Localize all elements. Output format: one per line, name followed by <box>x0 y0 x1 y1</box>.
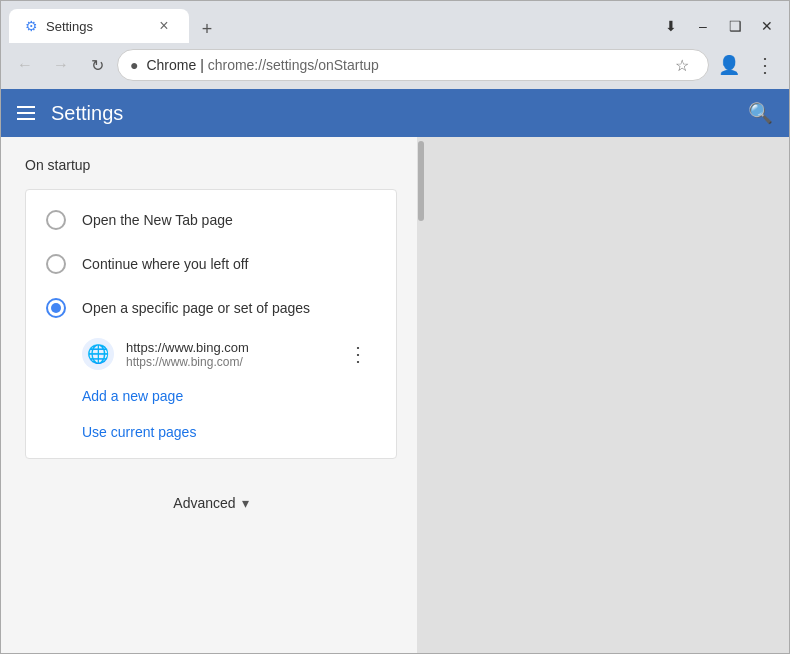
url-text: Chrome | chrome://settings/onStartup <box>146 57 660 73</box>
url-bar[interactable]: ● Chrome | chrome://settings/onStartup ☆ <box>117 49 709 81</box>
use-current-pages-button[interactable]: Use current pages <box>26 414 216 450</box>
profile-button[interactable]: 👤 <box>713 49 745 81</box>
hamburger-menu-button[interactable] <box>17 106 35 120</box>
browser-window: ⚙ Settings × + ⬇ – ❑ ✕ ← → ↻ ● Chrome | … <box>0 0 790 654</box>
minimize-button[interactable]: – <box>689 12 717 40</box>
hamburger-line-3 <box>17 118 35 120</box>
advanced-section[interactable]: Advanced ▾ <box>25 479 397 527</box>
tab-favicon: ⚙ <box>25 18 38 34</box>
page-more-button[interactable]: ⋮ <box>340 338 376 370</box>
window-controls: ⬇ – ❑ ✕ <box>657 12 781 40</box>
url-separator: | <box>200 57 208 73</box>
content-wrapper: On startup Open the New Tab page Continu… <box>1 137 789 653</box>
option-continue[interactable]: Continue where you left off <box>26 242 396 286</box>
close-button[interactable]: ✕ <box>753 12 781 40</box>
settings-search-icon[interactable]: 🔍 <box>748 101 773 125</box>
url-domain: Chrome <box>146 57 196 73</box>
tab-area: ⚙ Settings × + <box>9 9 657 43</box>
option-new-tab[interactable]: Open the New Tab page <box>26 198 396 242</box>
startup-page-entry: 🌐 https://www.bing.com https://www.bing.… <box>26 330 396 378</box>
main-content: On startup Open the New Tab page Continu… <box>1 137 417 653</box>
advanced-arrow-icon: ▾ <box>242 495 249 511</box>
forward-button[interactable]: → <box>45 49 77 81</box>
title-bar: ⚙ Settings × + ⬇ – ❑ ✕ <box>1 1 789 43</box>
page-info: https://www.bing.com https://www.bing.co… <box>126 340 328 369</box>
globe-icon: 🌐 <box>82 338 114 370</box>
section-title: On startup <box>25 157 397 173</box>
scrollbar-thumb[interactable] <box>418 141 424 221</box>
site-icon: ● <box>130 57 138 73</box>
tab-close-button[interactable]: × <box>155 17 173 35</box>
hamburger-line-1 <box>17 106 35 108</box>
back-button[interactable]: ← <box>9 49 41 81</box>
settings-header: Settings 🔍 <box>1 89 789 137</box>
active-tab[interactable]: ⚙ Settings × <box>9 9 189 43</box>
url-actions: ☆ <box>668 51 696 79</box>
scrollbar-track[interactable] <box>417 137 789 653</box>
radio-continue[interactable] <box>46 254 66 274</box>
maximize-button[interactable]: ❑ <box>721 12 749 40</box>
hamburger-line-2 <box>17 112 35 114</box>
startup-options-card: Open the New Tab page Continue where you… <box>25 189 397 459</box>
bookmark-button[interactable]: ☆ <box>668 51 696 79</box>
reload-button[interactable]: ↻ <box>81 49 113 81</box>
content-inner: On startup Open the New Tab page Continu… <box>25 157 397 527</box>
url-path: chrome://settings/onStartup <box>208 57 379 73</box>
page-url-sub: https://www.bing.com/ <box>126 355 328 369</box>
option-new-tab-label: Open the New Tab page <box>82 212 233 228</box>
page-url: https://www.bing.com <box>126 340 328 355</box>
tab-title: Settings <box>46 19 147 34</box>
option-continue-label: Continue where you left off <box>82 256 248 272</box>
option-specific-label: Open a specific page or set of pages <box>82 300 310 316</box>
advanced-label: Advanced <box>173 495 235 511</box>
add-new-page-button[interactable]: Add a new page <box>26 378 203 414</box>
chrome-menu-button[interactable]: ⋮ <box>749 49 781 81</box>
address-bar: ← → ↻ ● Chrome | chrome://settings/onSta… <box>1 43 789 89</box>
download-button[interactable]: ⬇ <box>657 12 685 40</box>
settings-page-title: Settings <box>51 102 748 125</box>
radio-new-tab[interactable] <box>46 210 66 230</box>
new-tab-button[interactable]: + <box>193 15 221 43</box>
option-specific[interactable]: Open a specific page or set of pages <box>26 286 396 330</box>
radio-specific[interactable] <box>46 298 66 318</box>
